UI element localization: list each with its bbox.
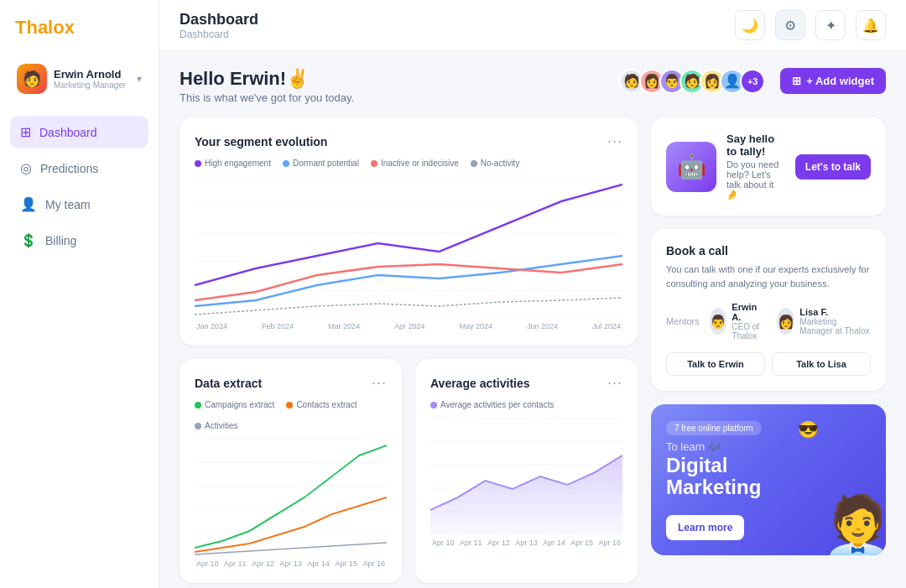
x-label: Apr 16 bbox=[362, 559, 385, 568]
tally-content: 🤖 Say hello to tally! Do you need help? … bbox=[666, 133, 871, 200]
mentor-title-2: Marketing Manager at Thalox bbox=[799, 317, 871, 336]
talk-lisa-button[interactable]: Talk to Lisa bbox=[772, 352, 871, 376]
sidebar-item-dashboard[interactable]: ⊞ Dashboard bbox=[10, 116, 148, 148]
tally-image: 🤖 bbox=[666, 142, 716, 192]
segment-chart-container: Jan 2024 Feb 2024 Mar 2024 Apr 2024 May … bbox=[195, 176, 622, 330]
avg-activities-svg bbox=[430, 418, 622, 535]
tally-text: Say hello to tally! Do you need help? Le… bbox=[726, 133, 785, 200]
sidebar-item-billing[interactable]: 💲 Billing bbox=[10, 224, 148, 257]
legend-label: High engagement bbox=[205, 159, 271, 168]
segment-x-labels: Jan 2024 Feb 2024 Mar 2024 Apr 2024 May … bbox=[195, 322, 622, 330]
legend-item-dormant: Dormant potential bbox=[283, 159, 359, 168]
x-label: Apr 11 bbox=[460, 539, 482, 547]
svg-marker-17 bbox=[430, 455, 622, 535]
page-title: Dashboard bbox=[180, 11, 258, 29]
mentor-name-1: Erwin A. bbox=[732, 302, 767, 322]
x-label: Apr 12 bbox=[252, 559, 274, 568]
avg-x-labels: Apr 10 Apr 11 Apr 12 Apr 13 Apr 14 Apr 1… bbox=[430, 539, 622, 547]
user-card[interactable]: 🧑 Erwin Arnold Marketing Manager ▾ bbox=[10, 59, 148, 99]
mentors-row: Mentors 👨 Erwin A. CEO of Thalox 👩 Lis bbox=[666, 302, 871, 341]
data-extract-card: Data extract ··· Campaigns extract Conta… bbox=[180, 359, 402, 583]
dm-title: DigitalMarketing bbox=[666, 455, 871, 499]
notification-bell-button[interactable]: 🔔 bbox=[856, 10, 886, 40]
x-label: Jul 2024 bbox=[592, 322, 621, 330]
add-widget-icon: ⊞ bbox=[792, 75, 801, 87]
sparkle-icon-button[interactable]: ✦ bbox=[815, 10, 846, 40]
avg-activities-card: Average activities ··· Average activitie… bbox=[415, 359, 638, 583]
legend-item-contacts: Contacts extract bbox=[286, 400, 357, 409]
greeting-row: Hello Erwin!✌ This is what we've got for… bbox=[180, 68, 886, 104]
legend-label: Average activities per contacts bbox=[440, 400, 554, 409]
x-label: May 2024 bbox=[459, 322, 492, 330]
mentor-info-2: Lisa F. Marketing Manager at Thalox bbox=[799, 307, 871, 336]
x-label: Apr 14 bbox=[307, 559, 330, 568]
mentor-name-2: Lisa F. bbox=[799, 307, 871, 317]
card-header: Data extract ··· bbox=[195, 374, 387, 392]
header: Dashboard Dashboard 🌙 ⚙ ✦ 🔔 bbox=[159, 0, 906, 51]
legend-dot bbox=[195, 423, 201, 429]
x-label: Apr 14 bbox=[543, 539, 565, 547]
sidebar-item-label: Predictions bbox=[40, 162, 98, 175]
dm-emoji-icon: 😎 bbox=[798, 419, 819, 440]
team-icon: 👤 bbox=[20, 196, 37, 212]
left-column: Your segment evolution ··· High engageme… bbox=[180, 117, 638, 583]
mentor-avatar-2: 👩 bbox=[777, 308, 794, 335]
legend-dot bbox=[471, 160, 477, 167]
data-extract-svg bbox=[195, 439, 387, 556]
segment-chart-menu[interactable]: ··· bbox=[607, 133, 622, 150]
learn-more-button[interactable]: Learn more bbox=[666, 515, 744, 540]
avg-activities-menu[interactable]: ··· bbox=[607, 374, 622, 392]
sidebar-item-label: Billing bbox=[45, 234, 76, 247]
user-name: Erwin Arnold bbox=[54, 68, 130, 81]
greeting-subtitle: This is what we've got for you today. bbox=[180, 91, 354, 104]
add-widget-button[interactable]: ⊞ + Add widget bbox=[780, 68, 886, 94]
card-header: Average activities ··· bbox=[430, 374, 622, 392]
legend-item-no-activity: No-activity bbox=[471, 159, 520, 168]
avatar: 🧑 bbox=[17, 64, 47, 94]
dm-sub: To learn 🎶 bbox=[666, 440, 871, 453]
sidebar-item-my-team[interactable]: 👤 My team bbox=[10, 188, 148, 221]
book-call-desc: You can talk with one if our experts exc… bbox=[666, 263, 871, 290]
tally-desc: Do you need help? Let's talk about it 🤌 bbox=[726, 159, 785, 200]
sidebar-item-predictions[interactable]: ◎ Predictions bbox=[10, 152, 148, 185]
tally-card: 🤖 Say hello to tally! Do you need help? … bbox=[651, 117, 886, 216]
segment-chart bbox=[195, 176, 622, 319]
book-call-title: Book a call bbox=[666, 244, 871, 258]
card-header: Your segment evolution ··· bbox=[195, 133, 622, 150]
right-column: 🤖 Say hello to tally! Do you need help? … bbox=[651, 117, 886, 583]
legend-item-high: High engagement bbox=[195, 159, 271, 168]
content-area: Hello Erwin!✌ This is what we've got for… bbox=[159, 51, 906, 588]
x-label: Jun 2024 bbox=[527, 322, 558, 330]
legend-label: No-activity bbox=[481, 159, 520, 168]
sidebar-item-label: My team bbox=[45, 198, 91, 211]
chevron-down-icon: ▾ bbox=[137, 73, 142, 85]
x-label: Apr 12 bbox=[487, 539, 510, 547]
x-label: Apr 11 bbox=[224, 559, 247, 568]
talk-erwin-button[interactable]: Talk to Erwin bbox=[666, 352, 765, 376]
legend-dot bbox=[286, 402, 293, 408]
segment-legend: High engagement Dormant potential Inacti… bbox=[195, 159, 622, 168]
tally-chat-button[interactable]: Let's to talk bbox=[795, 154, 871, 180]
data-extract-legend: Campaigns extract Contacts extract Activ… bbox=[195, 400, 387, 430]
user-role: Marketing Manager bbox=[54, 81, 130, 90]
avatar-count: +3 bbox=[740, 69, 765, 94]
add-widget-label: + Add widget bbox=[806, 75, 874, 87]
greeting-right: 🧑 👩 👨 🧑 👩 👤 +3 ⊞ + Add widget bbox=[619, 68, 886, 94]
x-label: Apr 10 bbox=[196, 559, 219, 568]
moon-icon-button[interactable]: 🌙 bbox=[735, 10, 765, 40]
dashboard-icon: ⊞ bbox=[20, 124, 31, 140]
mentor-title-1: CEO of Thalox bbox=[732, 322, 767, 341]
header-actions: 🌙 ⚙ ✦ 🔔 bbox=[735, 10, 886, 40]
billing-icon: 💲 bbox=[20, 232, 37, 248]
settings-icon-button[interactable]: ⚙ bbox=[775, 10, 805, 40]
legend-dot bbox=[430, 402, 437, 408]
x-label: Apr 13 bbox=[515, 539, 538, 547]
mentor-1: 👨 Erwin A. CEO of Thalox bbox=[710, 302, 768, 341]
mentor-buttons: Talk to Erwin Talk to Lisa bbox=[666, 352, 871, 376]
legend-item-inactive: Inactive or indecisive bbox=[371, 159, 459, 168]
x-label: Jan 2024 bbox=[196, 322, 227, 330]
legend-label: Dormant potential bbox=[293, 159, 359, 168]
tally-title: Say hello to tally! bbox=[726, 133, 785, 158]
data-extract-menu[interactable]: ··· bbox=[372, 374, 387, 392]
segment-chart-title: Your segment evolution bbox=[195, 135, 327, 148]
